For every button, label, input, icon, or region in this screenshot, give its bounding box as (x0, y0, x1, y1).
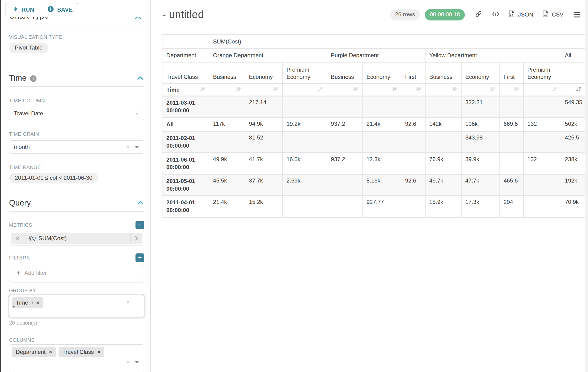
pivot-value-cell (209, 132, 245, 152)
remove-tag-icon[interactable]: × (97, 349, 100, 355)
add-filter-label: Add filter (24, 270, 47, 276)
time-column-value: Travel Date (14, 110, 43, 117)
sort-icon[interactable] (317, 86, 323, 94)
pivot-group-header: Yellow Department (426, 49, 561, 62)
pivot-value-cell: 927.77 (363, 196, 401, 217)
pivot-axis-label: Department (162, 49, 209, 62)
pivot-time-sort-cell[interactable]: Time (162, 84, 209, 96)
clear-icon[interactable]: × (126, 298, 129, 306)
pivot-sort-cell[interactable] (524, 84, 561, 96)
chevron-right-icon[interactable] (130, 233, 142, 244)
pivot-value-cell: 92.6 (401, 175, 425, 195)
metric-chip[interactable]: × f(x) SUM(Cost) (11, 233, 143, 244)
pivot-value-cell: 465.6 (500, 175, 523, 195)
pivot-sort-cell[interactable] (245, 84, 282, 96)
pivot-data-row: All117k94.9k19.2k937.221.4k92.6142k106k6… (162, 118, 585, 131)
sort-icon[interactable] (273, 86, 279, 94)
export-json-button[interactable]: .JSON (504, 8, 538, 22)
control-panel: Chart Type RUN SAVE VISUALIZATION TY (1, 0, 151, 372)
add-filter-button[interactable]: + (136, 254, 144, 262)
pivot-sort-cell[interactable] (283, 84, 327, 96)
sort-icon[interactable] (235, 86, 241, 94)
pivot-value-cell (363, 132, 401, 152)
pivot-value-cell: 669.6 (500, 118, 523, 131)
time-grain-select[interactable]: month × (9, 140, 144, 154)
info-icon: i (32, 300, 33, 305)
group-by-select[interactable]: Timei× × (9, 295, 144, 318)
chart-title[interactable]: - untitled (162, 9, 204, 21)
copy-link-button[interactable] (470, 8, 487, 22)
pivot-value-cell: 204 (500, 196, 523, 217)
pivot-value-cell: 343.98 (462, 132, 500, 152)
pivot-class-header (561, 63, 586, 83)
pivot-value-cell: 132 (524, 118, 561, 131)
pivot-value-cell (401, 132, 425, 152)
pivot-sort-cell[interactable] (401, 84, 425, 96)
menu-button[interactable] (568, 8, 586, 22)
sort-icon[interactable] (392, 86, 398, 94)
pivot-value-cell: 425.5 (561, 132, 586, 152)
pivot-sort-cell[interactable] (462, 84, 500, 96)
visualization-type-label: VISUALIZATION TYPE (9, 34, 144, 40)
pivot-sort-cell[interactable] (363, 84, 401, 96)
collapse-query-section-icon[interactable] (137, 199, 144, 206)
remove-tag-icon[interactable]: × (36, 299, 39, 306)
csv-file-icon (543, 11, 548, 19)
time-range-value[interactable]: 2011-01-01 ≤ col < 2011-06-30 (9, 173, 98, 183)
pivot-sort-cell[interactable] (426, 84, 461, 96)
sort-desc-active-icon[interactable] (575, 86, 582, 94)
sort-icon[interactable] (452, 86, 458, 94)
pivot-sort-cell[interactable] (561, 84, 586, 96)
code-icon (492, 11, 499, 18)
pivot-sort-cell[interactable] (327, 84, 362, 96)
vertical-scrollbar[interactable] (585, 0, 588, 372)
collapse-time-section-icon[interactable] (137, 74, 144, 82)
pivot-group-header: All (561, 49, 586, 62)
pivot-value-cell: 16.5k (283, 153, 327, 174)
pivot-value-cell: 70.9k (561, 196, 586, 217)
pivot-sort-row: Time (162, 84, 585, 96)
remove-tag-icon[interactable]: × (49, 349, 52, 355)
info-icon[interactable]: i (30, 75, 36, 82)
fx-icon: f(x) (29, 235, 36, 241)
pivot-metric-header: SUM(Cost) (209, 35, 586, 48)
sort-icon[interactable] (416, 86, 422, 94)
divider (9, 86, 144, 87)
save-button[interactable]: SAVE (42, 3, 78, 16)
pivot-value-cell: 81.52 (245, 132, 282, 152)
export-csv-button[interactable]: .CSV (538, 8, 568, 22)
sort-icon[interactable] (514, 86, 520, 94)
time-grain-label: TIME GRAIN (9, 131, 144, 137)
pivot-value-cell: 15.9k (426, 196, 461, 217)
selected-value-tag[interactable]: Department× (12, 347, 56, 357)
pivot-value-cell (327, 196, 362, 217)
clear-icon[interactable]: × (126, 143, 129, 150)
add-filter-dropzone[interactable]: + Add filter (11, 266, 142, 280)
pivot-value-cell (426, 132, 461, 152)
columns-label: COLUMNS (9, 337, 144, 343)
panel-toolbar: RUN SAVE (1, 0, 150, 17)
selected-value-tag[interactable]: Timei× (12, 297, 43, 308)
clear-icon[interactable]: × (126, 358, 129, 365)
pivot-value-cell: 8.16k (363, 175, 401, 195)
time-section-title: Time i (9, 74, 36, 83)
sort-icon[interactable] (490, 86, 496, 94)
sort-icon[interactable] (353, 86, 359, 94)
pivot-sort-cell[interactable] (209, 84, 245, 96)
sort-icon[interactable] (551, 86, 557, 94)
selected-value-tag[interactable]: Travel Class× (59, 347, 104, 357)
pivot-travel-class-row: Travel ClassBusinessEconomyPremium Econo… (162, 63, 585, 83)
time-column-select[interactable]: Travel Date (9, 107, 144, 120)
pivot-sort-cell[interactable] (500, 84, 523, 96)
time-grain-value: month (14, 144, 30, 150)
pivot-value-cell (327, 132, 362, 152)
columns-select[interactable]: Department×Travel Class× × (9, 344, 144, 372)
pivot-department-row: DepartmentOrange DepartmentPurple Depart… (162, 49, 585, 62)
visualization-type-value[interactable]: Pivot Table (9, 43, 48, 53)
remove-metric-icon[interactable]: × (11, 235, 25, 242)
embed-code-button[interactable] (487, 8, 504, 22)
run-button[interactable]: RUN (6, 3, 42, 16)
pivot-row-header: All (162, 118, 209, 131)
add-metric-button[interactable]: + (136, 221, 144, 230)
sort-icon[interactable] (200, 86, 205, 94)
